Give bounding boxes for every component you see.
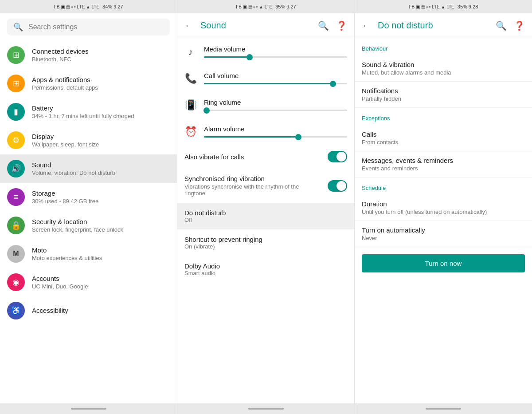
ring-volume-item: 📳 Ring volume [177, 91, 354, 118]
alarm-volume-label: Alarm volume [204, 125, 347, 133]
apps-notifications-title: Apps & notifications [32, 76, 170, 83]
dolby-sub: Smart audio [184, 270, 347, 276]
media-volume-slider[interactable] [204, 56, 347, 58]
ring-volume-slider[interactable] [204, 110, 347, 111]
sound-vibration-item[interactable]: Sound & vibration Muted, but allow alarm… [355, 55, 532, 82]
search-icon: 🔍 [13, 22, 23, 32]
sound-panel-title: Sound [200, 20, 311, 31]
display-icon: ⚙ [7, 131, 25, 149]
sidebar-item-accounts[interactable]: ◉ Accounts UC Mini, Duo, Google [0, 268, 177, 296]
search-icon-sound[interactable]: 🔍 [318, 20, 329, 31]
apps-notifications-icon: ⊞ [7, 75, 25, 92]
storage-title: Storage [32, 189, 170, 197]
messages-events-title: Messages, events & reminders [362, 157, 525, 164]
notifications-sub: Partially hidden [362, 95, 525, 102]
sync-ring-toggle-row[interactable]: Synchronised ring vibration Vibrations s… [177, 169, 354, 203]
status-icons-1: FB ▣ ▤ ▪ • LTE ▲ LTE [54, 4, 99, 9]
dnd-item[interactable]: Do not disturb Off [177, 203, 354, 229]
sidebar-item-apps-notifications[interactable]: ⊞ Apps & notifications Permissions, defa… [0, 69, 177, 98]
ring-volume-label: Ring volume [204, 99, 347, 106]
nav-bar-1 [0, 403, 177, 414]
battery-1: 34% 9:27 [102, 4, 123, 9]
display-subtitle: Wallpaper, sleep, font size [32, 141, 170, 148]
battery-subtitle: 34% - 1 hr, 7 mins left until fully char… [32, 113, 170, 119]
vibrate-calls-label: Also vibrate for calls [184, 153, 321, 161]
moto-icon: M [7, 245, 25, 263]
sound-vibration-sub: Muted, but allow alarms and media [362, 69, 525, 76]
sync-ring-toggle[interactable] [328, 180, 347, 192]
status-bar-panel3: FB ▣ ▤ ▪ • LTE ▲ LTE 35% 9:28 [355, 0, 532, 13]
battery-icon: ▮ [7, 103, 25, 121]
sidebar-item-moto[interactable]: M Moto Moto experiences & utilities [0, 240, 177, 268]
duration-sub: Until you turn off (unless turned on aut… [362, 209, 525, 215]
sidebar-item-display[interactable]: ⚙ Display Wallpaper, sleep, font size [0, 126, 177, 154]
sound-subtitle: Volume, vibration, Do not disturb [32, 170, 170, 176]
status-bar-panel2: FB ▣ ▤ ▪ • ▲ LTE 35% 9:27 [177, 0, 355, 13]
battery-text: Battery 34% - 1 hr, 7 mins left until fu… [32, 104, 170, 119]
calls-sub: From contacts [362, 139, 525, 146]
security-icon: 🔒 [7, 217, 25, 234]
call-volume-item: 📞 Call volume [177, 65, 354, 91]
nav-pill-3 [426, 408, 461, 410]
dnd-content: Do not disturb Off [184, 209, 347, 223]
search-icon-dnd[interactable]: 🔍 [496, 20, 507, 31]
dnd-title: Do not disturb [184, 209, 347, 217]
shortcut-item[interactable]: Shortcut to prevent ringing On (vibrate) [177, 229, 354, 256]
sync-ring-sublabel: Vibrations synchronise with the rhythm o… [184, 183, 321, 197]
dnd-sub: Off [184, 217, 347, 223]
calls-item[interactable]: Calls From contacts [355, 125, 532, 151]
battery-3: 35% 9:28 [458, 4, 478, 9]
alarm-volume-item: ⏰ Alarm volume [177, 118, 354, 145]
sound-text: Sound Volume, vibration, Do not disturb [32, 161, 170, 176]
turn-on-automatically-item[interactable]: Turn on automatically Never [355, 221, 532, 247]
accounts-icon: ◉ [7, 273, 25, 291]
call-volume-icon: 📞 [184, 73, 197, 84]
turn-on-now-button[interactable]: Turn on now [362, 254, 525, 272]
search-bar[interactable]: 🔍 [7, 19, 170, 35]
sound-vibration-title: Sound & vibration [362, 61, 525, 68]
back-icon-dnd[interactable]: ← [362, 20, 371, 31]
sync-ring-knob [336, 181, 346, 191]
sidebar-item-battery[interactable]: ▮ Battery 34% - 1 hr, 7 mins left until … [0, 98, 177, 126]
accounts-subtitle: UC Mini, Duo, Google [32, 283, 170, 290]
back-icon[interactable]: ← [184, 20, 193, 31]
ring-volume-icon: 📳 [184, 99, 197, 111]
vibrate-calls-toggle-row[interactable]: Also vibrate for calls [177, 145, 354, 169]
status-bar-panel1: FB ▣ ▤ ▪ • LTE ▲ LTE 34% 9:27 [0, 0, 177, 13]
sidebar-item-storage[interactable]: ≡ Storage 30% used - 89.42 GB free [0, 183, 177, 211]
vibrate-calls-toggle[interactable] [328, 151, 347, 162]
sync-ring-label: Synchronised ring vibration [184, 175, 321, 182]
apps-notifications-subtitle: Permissions, default apps [32, 84, 170, 91]
dnd-panel-title: Do not disturb [378, 20, 489, 31]
help-icon-dnd[interactable]: ❓ [514, 20, 525, 31]
shortcut-sub: On (vibrate) [184, 243, 347, 250]
security-title: Security & location [32, 218, 170, 225]
sidebar-item-accessibility[interactable]: ♿ Accessibility [0, 296, 177, 325]
ring-volume-content: Ring volume [204, 99, 347, 111]
duration-item[interactable]: Duration Until you turn off (unless turn… [355, 195, 532, 221]
dolby-content: Dolby Audio Smart audio [184, 262, 347, 276]
help-icon-sound[interactable]: ❓ [336, 20, 347, 31]
search-input[interactable] [28, 23, 164, 31]
alarm-volume-slider[interactable] [204, 136, 347, 138]
status-bar: FB ▣ ▤ ▪ • LTE ▲ LTE 34% 9:27 FB ▣ ▤ ▪ •… [0, 0, 532, 13]
call-volume-slider[interactable] [204, 83, 347, 84]
messages-events-item[interactable]: Messages, events & reminders Events and … [355, 151, 532, 177]
accounts-text: Accounts UC Mini, Duo, Google [32, 275, 170, 290]
turn-on-automatically-sub: Never [362, 235, 525, 241]
accessibility-title: Accessibility [32, 307, 170, 314]
sidebar-item-security[interactable]: 🔒 Security & location Screen lock, finge… [0, 211, 177, 240]
status-icons-2: FB ▣ ▤ ▪ • ▲ LTE [236, 4, 272, 9]
sidebar-item-connected-devices[interactable]: ⊞ Connected devices Bluetooth, NFC [0, 41, 177, 69]
accessibility-text: Accessibility [32, 307, 170, 315]
connected-devices-subtitle: Bluetooth, NFC [32, 56, 170, 63]
panels-footer [0, 403, 532, 414]
shortcut-title: Shortcut to prevent ringing [184, 236, 347, 243]
display-title: Display [32, 133, 170, 140]
notifications-item[interactable]: Notifications Partially hidden [355, 82, 532, 108]
dolby-item[interactable]: Dolby Audio Smart audio [177, 256, 354, 283]
sidebar-item-sound[interactable]: 🔊 Sound Volume, vibration, Do not distur… [0, 154, 177, 183]
connected-devices-icon: ⊞ [7, 46, 25, 64]
panel-settings: 🔍 ⊞ Connected devices Bluetooth, NFC ⊞ A… [0, 13, 177, 403]
call-volume-label: Call volume [204, 72, 347, 79]
